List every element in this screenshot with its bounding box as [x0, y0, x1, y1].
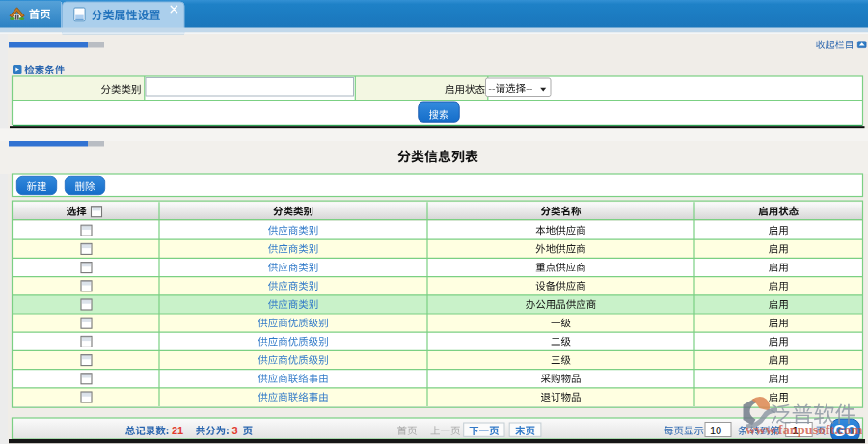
svg-text:10: 10	[710, 425, 721, 436]
svg-text:www.fanpusoft.com: www.fanpusoft.com	[746, 423, 863, 437]
svg-text:3: 3	[232, 425, 238, 436]
svg-text:21: 21	[172, 425, 183, 436]
